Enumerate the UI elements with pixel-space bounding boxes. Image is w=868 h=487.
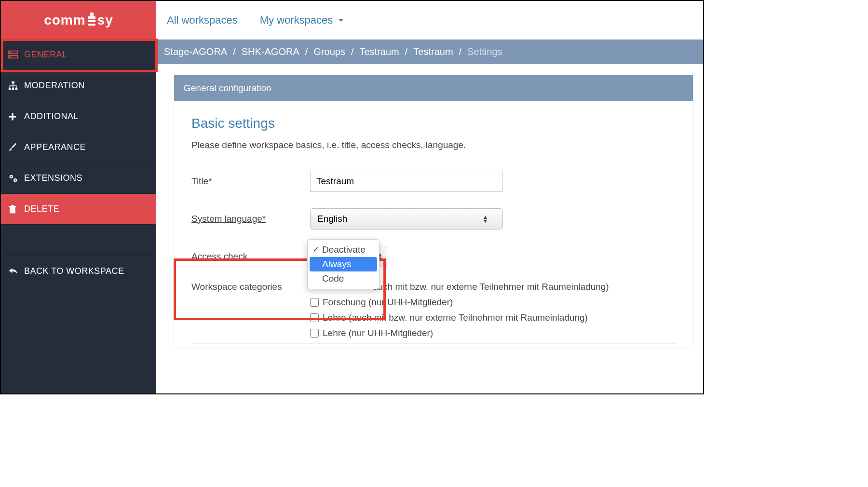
language-select[interactable]: English ▲▼ (310, 208, 503, 230)
checkbox[interactable] (310, 329, 319, 338)
sidebar-item-label: MODERATION (24, 81, 85, 91)
sidebar-item-back[interactable]: BACK TO WORKSPACE (1, 256, 156, 286)
svg-rect-8 (12, 87, 14, 90)
checkbox[interactable] (310, 298, 319, 307)
sidebar-item-additional[interactable]: ADDITIONAL (1, 101, 156, 132)
svg-point-4 (10, 52, 11, 53)
logo[interactable]: comm sy (1, 1, 156, 40)
sidebar-item-moderation[interactable]: MODERATION (1, 70, 156, 101)
svg-point-5 (10, 56, 11, 57)
breadcrumb: Stage-AGORA/ SHK-AGORA/ Groups/ Testraum… (156, 40, 703, 64)
label-language: System language* (191, 214, 310, 224)
svg-rect-11 (9, 116, 16, 117)
select-arrows-icon: ▲▼ (483, 215, 488, 223)
nav-all-workspaces[interactable]: All workspaces (167, 14, 238, 27)
logo-text-part2: sy (97, 13, 113, 28)
label-categories: Workspace categories (191, 282, 310, 292)
logo-text-part1: comm (44, 13, 85, 28)
brush-icon (8, 142, 24, 153)
reply-arrow-icon (8, 266, 24, 276)
breadcrumb-current: Settings (467, 46, 502, 57)
svg-rect-0 (88, 20, 95, 22)
svg-rect-17 (9, 206, 16, 207)
svg-rect-1 (88, 24, 95, 26)
label-title: Title* (191, 176, 310, 187)
svg-point-13 (11, 176, 12, 177)
panel-header: General configuration (174, 75, 693, 101)
breadcrumb-item[interactable]: Testraum (359, 46, 399, 57)
chevron-down-icon (337, 17, 345, 24)
breadcrumb-item[interactable]: Stage-AGORA (164, 46, 227, 57)
sitemap-icon (8, 81, 24, 91)
checkbox[interactable] (310, 313, 319, 322)
breadcrumb-item[interactable]: Testraum (413, 46, 453, 57)
plus-icon (8, 112, 24, 122)
category-option[interactable]: auch mit bzw. nur externe Teilnehmer mit… (373, 282, 609, 292)
sidebar-item-label: ADDITIONAL (24, 111, 79, 122)
svg-point-15 (14, 179, 16, 181)
topbar: All workspaces My workspaces (156, 1, 703, 40)
sidebar-item-appearance[interactable]: APPEARANCE (1, 132, 156, 163)
sidebar: comm sy GENERAL MODERATION ADDITIONAL (1, 1, 156, 393)
category-option[interactable]: Forschung (nur UHH-Mitglieder) (310, 297, 609, 308)
settings-panel: General configuration Basic settings Ple… (174, 75, 693, 349)
dropdown-option-always[interactable]: Always (310, 257, 377, 271)
label-access-check: Access check (191, 251, 310, 262)
breadcrumb-item[interactable]: SHK-AGORA (242, 46, 299, 57)
svg-rect-7 (9, 87, 11, 90)
trash-icon (8, 204, 24, 215)
nav-my-workspaces[interactable]: My workspaces (260, 14, 346, 27)
sidebar-item-label: APPEARANCE (24, 142, 86, 152)
sidebar-spacer (1, 225, 156, 256)
sidebar-item-label: EXTENSIONS (24, 173, 82, 183)
row-title: Title* (191, 171, 676, 192)
row-language: System language* English ▲▼ (191, 208, 676, 230)
server-icon (8, 50, 24, 60)
sidebar-item-label: DELETE (24, 204, 59, 214)
gears-icon (8, 173, 24, 184)
access-check-dropdown: Deactivate Always Code (307, 239, 380, 289)
logo-glyph-icon (87, 12, 96, 29)
row-access-check: Access check ▲▼ Deactivate Always Code (191, 246, 676, 267)
breadcrumb-item[interactable]: Groups (313, 46, 345, 57)
section-title: Basic settings (191, 116, 676, 131)
dropdown-option-deactivate[interactable]: Deactivate (310, 243, 377, 257)
svg-rect-9 (15, 87, 18, 90)
row-categories: Workspace categories auch mit bzw. nur e… (191, 282, 676, 338)
sidebar-item-general[interactable]: GENERAL (1, 40, 156, 70)
category-option[interactable]: Lehre (auch mit bzw. nur externe Teilneh… (310, 312, 609, 323)
sidebar-item-label: GENERAL (24, 50, 68, 60)
sidebar-item-delete[interactable]: DELETE (1, 194, 156, 225)
sidebar-item-label: BACK TO WORKSPACE (24, 266, 124, 276)
svg-rect-16 (10, 207, 15, 213)
dropdown-option-code[interactable]: Code (310, 271, 377, 286)
main: All workspaces My workspaces Stage-AGORA… (156, 1, 703, 393)
svg-rect-6 (12, 81, 14, 83)
sidebar-item-extensions[interactable]: EXTENSIONS (1, 163, 156, 194)
svg-rect-18 (12, 204, 14, 206)
section-description: Please define workspace basics, i.e. tit… (191, 140, 676, 150)
category-option[interactable]: Lehre (nur UHH-Mitglieder) (310, 328, 609, 338)
title-input[interactable] (310, 171, 503, 192)
